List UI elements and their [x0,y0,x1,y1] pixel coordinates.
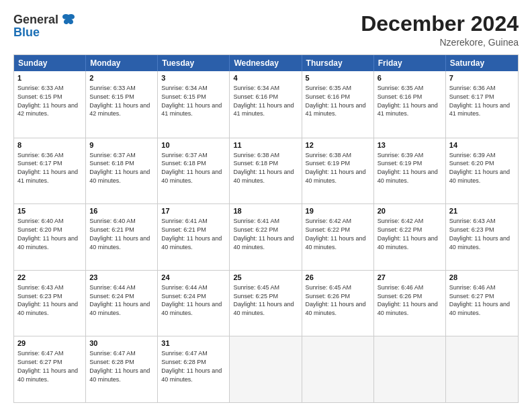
day-number: 19 [306,206,370,216]
weekday-header-wednesday: Wednesday [230,55,302,71]
calendar-row-2: 8Sunrise: 6:36 AM Sunset: 6:17 PM Daylig… [14,138,518,204]
cell-sun-info: Sunrise: 6:33 AM Sunset: 6:15 PM Dayligh… [17,85,78,117]
logo-general-text: General [13,13,58,27]
cell-sun-info: Sunrise: 6:36 AM Sunset: 6:17 PM Dayligh… [449,85,510,117]
cell-sun-info: Sunrise: 6:45 AM Sunset: 6:26 PM Dayligh… [306,284,366,316]
calendar-cell: 29Sunrise: 6:47 AM Sunset: 6:27 PM Dayli… [14,336,86,402]
calendar-cell: 11Sunrise: 6:38 AM Sunset: 6:18 PM Dayli… [230,138,302,204]
day-number: 9 [89,140,154,150]
cell-sun-info: Sunrise: 6:38 AM Sunset: 6:19 PM Dayligh… [306,152,366,184]
cell-sun-info: Sunrise: 6:46 AM Sunset: 6:27 PM Dayligh… [449,284,510,316]
day-number: 7 [449,73,515,83]
cell-sun-info: Sunrise: 6:41 AM Sunset: 6:22 PM Dayligh… [233,218,294,250]
day-number: 20 [378,206,442,216]
calendar-cell: 28Sunrise: 6:46 AM Sunset: 6:27 PM Dayli… [446,271,518,336]
calendar-row-1: 1Sunrise: 6:33 AM Sunset: 6:15 PM Daylig… [14,71,518,138]
calendar-cell: 21Sunrise: 6:43 AM Sunset: 6:23 PM Dayli… [446,204,518,270]
cell-sun-info: Sunrise: 6:42 AM Sunset: 6:22 PM Dayligh… [378,218,438,250]
day-number: 27 [378,273,442,283]
calendar-cell: 7Sunrise: 6:36 AM Sunset: 6:17 PM Daylig… [446,71,518,138]
calendar-row-5: 29Sunrise: 6:47 AM Sunset: 6:27 PM Dayli… [14,336,518,402]
calendar-cell [230,336,302,402]
calendar-row-3: 15Sunrise: 6:40 AM Sunset: 6:20 PM Dayli… [14,203,518,270]
cell-sun-info: Sunrise: 6:35 AM Sunset: 6:16 PM Dayligh… [378,85,438,117]
calendar-cell: 23Sunrise: 6:44 AM Sunset: 6:24 PM Dayli… [86,271,158,336]
calendar-cell: 15Sunrise: 6:40 AM Sunset: 6:20 PM Dayli… [14,204,86,270]
day-number: 21 [449,206,515,216]
calendar-cell: 27Sunrise: 6:46 AM Sunset: 6:26 PM Dayli… [374,271,446,336]
day-number: 18 [233,206,298,216]
weekday-header-thursday: Thursday [302,55,374,71]
cell-sun-info: Sunrise: 6:36 AM Sunset: 6:17 PM Dayligh… [17,152,78,184]
cell-sun-info: Sunrise: 6:43 AM Sunset: 6:23 PM Dayligh… [449,218,510,250]
day-number: 8 [17,140,82,150]
cell-sun-info: Sunrise: 6:39 AM Sunset: 6:19 PM Dayligh… [378,152,438,184]
day-number: 12 [306,140,370,150]
calendar-cell: 16Sunrise: 6:40 AM Sunset: 6:21 PM Dayli… [86,204,158,270]
day-number: 22 [17,273,82,283]
cell-sun-info: Sunrise: 6:41 AM Sunset: 6:21 PM Dayligh… [161,218,222,250]
cell-sun-info: Sunrise: 6:38 AM Sunset: 6:18 PM Dayligh… [233,152,294,184]
calendar-cell: 17Sunrise: 6:41 AM Sunset: 6:21 PM Dayli… [158,204,230,270]
cell-sun-info: Sunrise: 6:45 AM Sunset: 6:25 PM Dayligh… [233,284,294,316]
day-number: 17 [161,206,226,216]
calendar-cell: 4Sunrise: 6:34 AM Sunset: 6:16 PM Daylig… [230,71,302,138]
calendar-cell: 12Sunrise: 6:38 AM Sunset: 6:19 PM Dayli… [302,138,374,204]
cell-sun-info: Sunrise: 6:34 AM Sunset: 6:15 PM Dayligh… [161,85,222,117]
weekday-header-saturday: Saturday [446,55,518,71]
weekday-header-friday: Friday [374,55,446,71]
calendar-cell: 22Sunrise: 6:43 AM Sunset: 6:23 PM Dayli… [14,271,86,336]
cell-sun-info: Sunrise: 6:33 AM Sunset: 6:15 PM Dayligh… [89,85,150,117]
calendar-cell: 18Sunrise: 6:41 AM Sunset: 6:22 PM Dayli… [230,204,302,270]
cell-sun-info: Sunrise: 6:35 AM Sunset: 6:16 PM Dayligh… [306,85,366,117]
cell-sun-info: Sunrise: 6:46 AM Sunset: 6:26 PM Dayligh… [378,284,438,316]
calendar-cell: 13Sunrise: 6:39 AM Sunset: 6:19 PM Dayli… [374,138,446,204]
cell-sun-info: Sunrise: 6:34 AM Sunset: 6:16 PM Dayligh… [233,85,294,117]
day-number: 10 [161,140,226,150]
cell-sun-info: Sunrise: 6:47 AM Sunset: 6:28 PM Dayligh… [89,350,150,382]
day-number: 26 [306,273,370,283]
calendar-cell: 30Sunrise: 6:47 AM Sunset: 6:28 PM Dayli… [86,336,158,402]
calendar-cell: 25Sunrise: 6:45 AM Sunset: 6:25 PM Dayli… [230,271,302,336]
cell-sun-info: Sunrise: 6:42 AM Sunset: 6:22 PM Dayligh… [306,218,366,250]
cell-sun-info: Sunrise: 6:44 AM Sunset: 6:24 PM Dayligh… [161,284,222,316]
calendar-cell: 1Sunrise: 6:33 AM Sunset: 6:15 PM Daylig… [14,71,86,138]
calendar-cell [446,336,518,402]
weekday-header-sunday: Sunday [14,55,86,71]
location-title: Nzerekore, Guinea [361,37,519,48]
logo: General Blue [13,12,76,40]
day-number: 3 [161,73,226,83]
calendar-body: 1Sunrise: 6:33 AM Sunset: 6:15 PM Daylig… [14,71,518,402]
day-number: 23 [89,273,154,283]
cell-sun-info: Sunrise: 6:40 AM Sunset: 6:20 PM Dayligh… [17,218,78,250]
day-number: 24 [161,273,226,283]
day-number: 15 [17,206,82,216]
day-number: 13 [378,140,442,150]
day-number: 2 [89,73,154,83]
calendar-cell: 6Sunrise: 6:35 AM Sunset: 6:16 PM Daylig… [374,71,446,138]
cell-sun-info: Sunrise: 6:43 AM Sunset: 6:23 PM Dayligh… [17,284,78,316]
day-number: 4 [233,73,298,83]
page-header: General Blue December 2024 Nzerekore, Gu… [13,12,519,48]
logo-blue-text: Blue [13,26,40,40]
calendar-cell: 9Sunrise: 6:37 AM Sunset: 6:18 PM Daylig… [86,138,158,204]
month-title: December 2024 [361,12,519,36]
calendar-row-4: 22Sunrise: 6:43 AM Sunset: 6:23 PM Dayli… [14,270,518,336]
day-number: 28 [449,273,515,283]
day-number: 25 [233,273,298,283]
cell-sun-info: Sunrise: 6:44 AM Sunset: 6:24 PM Dayligh… [89,284,150,316]
title-block: December 2024 Nzerekore, Guinea [361,12,519,48]
cell-sun-info: Sunrise: 6:47 AM Sunset: 6:28 PM Dayligh… [161,350,222,382]
day-number: 6 [378,73,442,83]
calendar-header: SundayMondayTuesdayWednesdayThursdayFrid… [14,55,518,71]
calendar-cell: 20Sunrise: 6:42 AM Sunset: 6:22 PM Dayli… [374,204,446,270]
day-number: 11 [233,140,298,150]
cell-sun-info: Sunrise: 6:39 AM Sunset: 6:20 PM Dayligh… [449,152,510,184]
day-number: 31 [161,338,226,349]
day-number: 5 [306,73,370,83]
calendar-cell [374,336,446,402]
calendar-cell: 31Sunrise: 6:47 AM Sunset: 6:28 PM Dayli… [158,336,230,402]
calendar-cell: 24Sunrise: 6:44 AM Sunset: 6:24 PM Dayli… [158,271,230,336]
logo-bird-icon [61,12,76,27]
calendar-cell: 14Sunrise: 6:39 AM Sunset: 6:20 PM Dayli… [446,138,518,204]
